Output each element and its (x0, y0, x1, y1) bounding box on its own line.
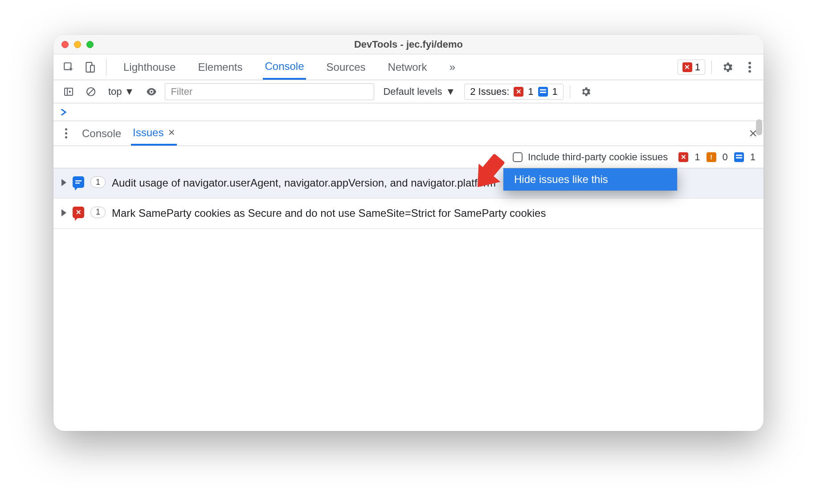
third-party-checkbox[interactable] (513, 152, 523, 162)
kebab-menu-icon[interactable] (740, 58, 759, 77)
svg-rect-6 (65, 88, 73, 95)
count-error: 1 (694, 151, 700, 163)
clear-console-icon[interactable] (82, 83, 100, 101)
tab-lighthouse[interactable]: Lighthouse (122, 55, 177, 80)
error-icon: ✕ (514, 87, 523, 97)
tab-label: Network (388, 61, 427, 73)
issue-count-pill: 1 (90, 207, 106, 218)
tab-label: Elements (198, 61, 242, 73)
issue-count-pill: 1 (90, 176, 106, 188)
svg-rect-17 (75, 183, 80, 184)
count-info: 1 (750, 151, 756, 163)
filter-input[interactable] (165, 83, 374, 100)
tabs-overflow[interactable]: » (448, 55, 457, 80)
svg-rect-12 (540, 89, 546, 90)
error-icon: ✕ (682, 62, 692, 72)
devtools-window: DevTools - jec.fyi/demo Lighthouse Eleme… (53, 35, 764, 431)
context-menu-label: Hide issues like this (514, 173, 608, 186)
issues-filter-bar: Include third-party cookie issues ✕ 1 ! … (53, 146, 764, 168)
device-toolbar-icon[interactable] (81, 58, 99, 76)
tab-network[interactable]: Network (386, 55, 429, 80)
titlebar: DevTools - jec.fyi/demo (53, 35, 764, 54)
tab-label: Lighthouse (123, 61, 176, 73)
issue-count: 1 (96, 178, 100, 187)
zoom-window-icon[interactable] (86, 41, 94, 48)
errors-badge[interactable]: ✕ 1 (678, 60, 705, 75)
count-warn: 0 (723, 151, 728, 163)
window-title: DevTools - jec.fyi/demo (53, 39, 764, 50)
third-party-label: Include third-party cookie issues (528, 151, 668, 163)
scrollbar-thumb[interactable] (756, 119, 762, 135)
expand-icon[interactable] (61, 209, 66, 216)
divider (106, 59, 106, 75)
expand-icon[interactable] (61, 179, 66, 186)
divider (711, 61, 712, 74)
error-icon: ✕ (678, 152, 688, 162)
context-menu: Hide issues like this (503, 168, 677, 191)
drawer-tab-label: Issues (133, 126, 163, 139)
levels-label: Default levels (383, 86, 442, 98)
svg-rect-15 (736, 157, 742, 159)
settings-icon[interactable] (718, 58, 737, 77)
execution-context-select[interactable]: top ▼ (104, 84, 138, 100)
svg-point-3 (748, 61, 751, 64)
issues-summary-chip[interactable]: 2 Issues: ✕ 1 1 (464, 84, 564, 100)
issues-info-count: 1 (552, 86, 558, 98)
traffic-lights (61, 35, 94, 54)
info-icon (538, 87, 548, 97)
drawer-tab-label: Console (82, 127, 121, 140)
svg-marker-8 (69, 90, 71, 93)
info-bubble-icon (73, 176, 84, 188)
svg-rect-13 (540, 92, 546, 93)
console-toolbar: top ▼ Default levels ▼ 2 Issues: ✕ 1 1 (53, 80, 764, 103)
svg-point-11 (151, 90, 153, 93)
console-sidebar-toggle-icon[interactable] (60, 83, 78, 101)
warning-icon: ! (707, 152, 716, 162)
errors-count: 1 (695, 61, 700, 73)
drawer-tab-issues[interactable]: Issues × (131, 122, 177, 146)
svg-point-4 (748, 66, 751, 69)
info-icon (734, 152, 744, 162)
chevron-down-icon: ▼ (125, 86, 135, 98)
close-tab-icon[interactable]: × (168, 126, 175, 139)
console-settings-icon[interactable] (576, 82, 595, 101)
svg-rect-14 (736, 154, 742, 156)
divider (570, 85, 570, 98)
issue-row[interactable]: ✕ 1 Mark SameParty cookies as Secure and… (53, 199, 764, 229)
overflow-glyph: » (449, 61, 455, 73)
svg-point-5 (748, 70, 751, 73)
tab-label: Sources (327, 61, 366, 73)
tab-label: Console (265, 60, 304, 73)
svg-line-10 (88, 89, 94, 94)
inspect-element-icon[interactable] (60, 58, 78, 76)
tabs-group: Lighthouse Elements Console Sources Netw… (114, 55, 457, 80)
issue-title: Mark SameParty cookies as Secure and do … (112, 206, 756, 221)
chevron-down-icon: ▼ (445, 86, 455, 98)
issues-counts: ✕ 1 ! 0 1 (678, 151, 756, 163)
svg-rect-2 (90, 65, 94, 72)
tab-console[interactable]: Console (263, 55, 306, 80)
main-tabbar: Lighthouse Elements Console Sources Netw… (53, 54, 764, 80)
svg-rect-16 (75, 180, 82, 182)
context-menu-item-hide-issues[interactable]: Hide issues like this (503, 168, 677, 191)
minimize-window-icon[interactable] (74, 41, 81, 48)
console-prompt[interactable] (53, 103, 764, 121)
issues-label: 2 Issues: (470, 86, 509, 98)
prompt-chevron-icon (61, 109, 67, 115)
drawer-tabs: Console Issues × × (53, 121, 764, 146)
log-levels-select[interactable]: Default levels ▼ (379, 83, 460, 100)
tab-sources[interactable]: Sources (325, 55, 368, 80)
issues-error-count: 1 (528, 86, 533, 98)
close-window-icon[interactable] (61, 41, 69, 48)
tab-elements[interactable]: Elements (196, 55, 244, 80)
drawer-kebab-icon[interactable] (60, 128, 72, 138)
error-bubble-icon: ✕ (73, 207, 84, 218)
issue-count: 1 (96, 207, 100, 217)
live-expression-icon[interactable] (143, 83, 160, 101)
drawer-tab-console[interactable]: Console (80, 122, 123, 146)
context-label: top (108, 86, 122, 98)
